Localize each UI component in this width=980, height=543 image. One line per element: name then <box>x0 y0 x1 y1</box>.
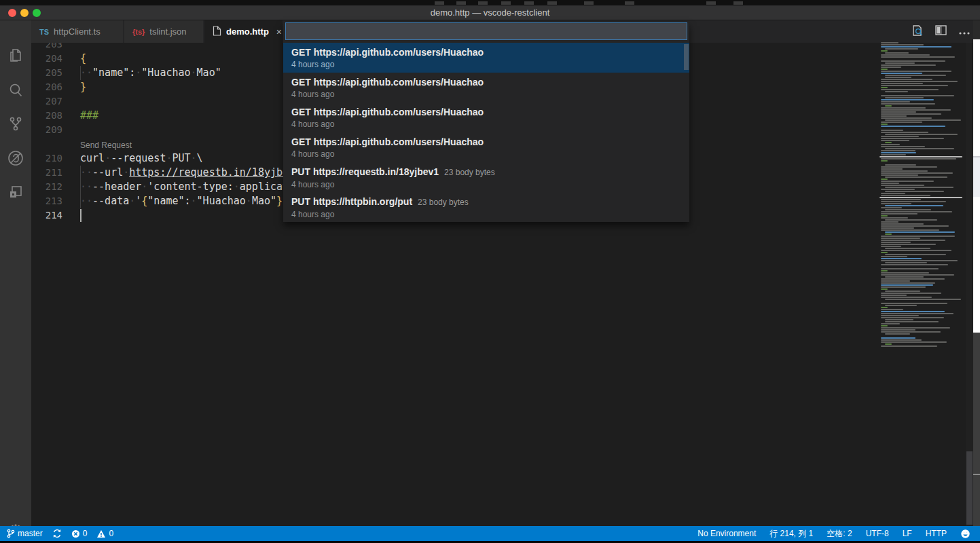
tab-demo-http[interactable]: demo.http × <box>204 20 283 43</box>
line-number: 208 <box>31 109 62 123</box>
minimap-row <box>881 250 951 251</box>
warnings-item[interactable]: 0 <box>96 529 113 538</box>
minimap-row <box>881 199 921 200</box>
minimap-row <box>881 166 937 168</box>
title-bar: demo.http — vscode-restclient <box>0 5 980 20</box>
minimap-row <box>881 295 907 296</box>
minimap-row <box>881 244 936 245</box>
minimap-row <box>881 315 919 316</box>
minimap-row <box>881 268 939 269</box>
history-item[interactable]: GET https://api.github.com/users/Huachao… <box>283 132 689 162</box>
minimap-row <box>881 189 915 190</box>
history-item-time: 4 hours ago <box>291 179 681 191</box>
minimap-row <box>885 148 954 149</box>
minimap-row <box>885 276 924 278</box>
minimap-row <box>885 254 946 255</box>
minimap-row <box>881 174 918 176</box>
minimap[interactable] <box>879 42 966 354</box>
status-cursor-position[interactable]: 行 214, 列 1 <box>769 528 813 540</box>
line-content: { <box>80 52 86 66</box>
line-number: 205 <box>31 66 62 80</box>
sync-icon <box>52 529 62 538</box>
line-number: 207 <box>31 94 62 109</box>
minimap-row <box>881 303 947 304</box>
minimap-row <box>881 242 911 243</box>
minimap-row <box>885 299 961 300</box>
minimap-row <box>881 317 944 318</box>
minimap-row <box>881 109 951 111</box>
history-item[interactable]: GET https://api.github.com/users/Huachao… <box>283 43 689 73</box>
minimap-row <box>885 142 892 143</box>
close-tab-icon[interactable]: × <box>276 26 282 37</box>
quick-pick-list: GET https://api.github.com/users/Huachao… <box>283 43 689 222</box>
scrollbar-thumb[interactable] <box>966 451 973 525</box>
minimap-row <box>881 81 958 82</box>
history-item[interactable]: PUT https://requestb.in/18yjbev123 body … <box>283 162 689 192</box>
feedback-smiley-icon[interactable] <box>960 529 970 539</box>
status-indentation[interactable]: 空格: 2 <box>827 528 852 540</box>
tab-httpclient-ts[interactable]: TS httpClient.ts <box>31 20 124 43</box>
history-item-label: PUT https://httpbin.org/put23 body bytes <box>291 195 681 209</box>
minimap-row <box>881 246 901 247</box>
source-control-icon[interactable] <box>0 108 31 139</box>
quick-pick-scrollbar[interactable] <box>684 44 689 70</box>
minimap-row <box>881 272 929 274</box>
minimap-row <box>881 256 907 257</box>
minimap-row <box>881 307 888 308</box>
explorer-icon[interactable] <box>0 40 31 71</box>
minimap-row <box>885 321 939 322</box>
status-language-mode[interactable]: HTTP <box>926 529 947 538</box>
minimap-row <box>881 146 925 147</box>
minimap-row <box>881 168 903 170</box>
history-item-time: 4 hours ago <box>291 59 681 71</box>
minimap-row <box>881 64 936 66</box>
minimap-row <box>881 158 956 160</box>
minimap-row <box>881 60 945 62</box>
tab-tslint-json[interactable]: {ts} tslint.json <box>124 20 204 43</box>
minimap-row <box>881 345 937 347</box>
minimap-row <box>881 144 900 145</box>
minimap-row <box>881 323 900 324</box>
tab-label: httpClient.ts <box>54 26 101 37</box>
minimap-row <box>881 54 930 56</box>
errors-item[interactable]: 0 <box>71 529 88 538</box>
status-encoding[interactable]: UTF-8 <box>866 529 889 538</box>
minimap-row <box>881 181 934 182</box>
quick-pick-input[interactable] <box>285 22 687 40</box>
more-actions-icon[interactable] <box>958 26 970 38</box>
minimap-row <box>885 48 918 50</box>
minimap-row <box>881 278 945 280</box>
history-item-time: 4 hours ago <box>291 149 681 160</box>
minimap-row <box>881 71 951 72</box>
minimap-row <box>881 79 932 80</box>
send-request-codelens[interactable]: Send Request <box>80 138 132 153</box>
git-branch-item[interactable]: master <box>7 529 43 538</box>
minimap-row <box>881 337 915 339</box>
line-content: ··"name":·"Huachao·Mao" <box>80 66 221 80</box>
minimap-row <box>879 156 962 157</box>
minimap-row <box>885 305 917 306</box>
line-number: 211 <box>31 166 62 180</box>
line-content: curl·--request·PUT·\ <box>80 151 203 166</box>
extensions-icon[interactable] <box>0 176 31 208</box>
minimap-row <box>881 195 930 196</box>
debug-icon[interactable] <box>0 143 31 174</box>
editor-scrollbar[interactable] <box>966 43 973 526</box>
minimap-row <box>881 274 954 276</box>
history-item[interactable]: PUT https://httpbin.org/put23 body bytes… <box>283 192 689 222</box>
status-eol[interactable]: LF <box>903 529 912 538</box>
status-environment[interactable]: No Environment <box>697 529 756 538</box>
search-preview-icon[interactable] <box>911 24 924 39</box>
minimap-row <box>881 297 932 298</box>
minimap-row <box>881 121 922 123</box>
minimap-row <box>881 327 950 329</box>
sync-item[interactable] <box>52 529 62 538</box>
search-icon[interactable] <box>0 75 31 106</box>
line-number: 213 <box>31 194 62 208</box>
minimap-row <box>881 89 939 90</box>
text-cursor <box>80 209 81 222</box>
history-item[interactable]: GET https://api.github.com/users/Huachao… <box>283 102 689 132</box>
split-editor-icon[interactable] <box>935 25 947 38</box>
history-item[interactable]: GET https://api.github.com/users/Huachao… <box>283 73 689 102</box>
minimap-row <box>881 258 922 259</box>
